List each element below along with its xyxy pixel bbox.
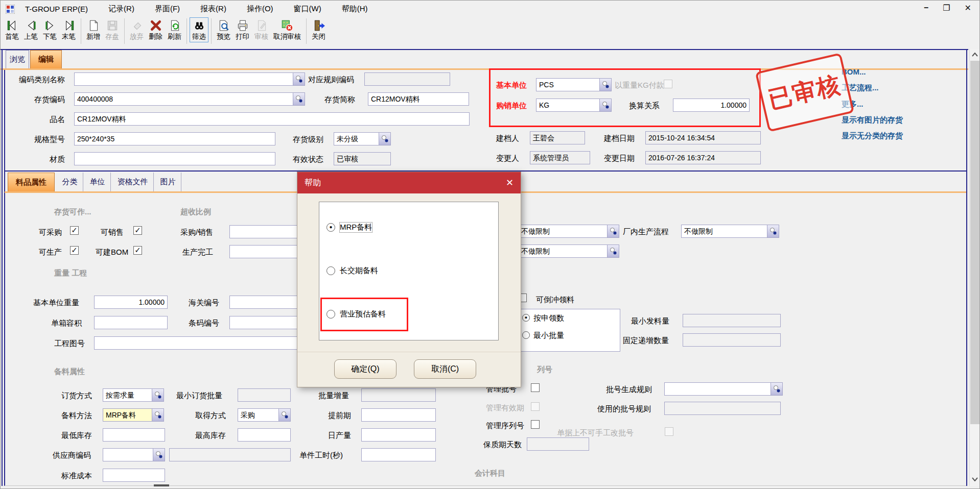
- toolbar-delete[interactable]: 删除: [146, 17, 165, 42]
- toolbar-last[interactable]: 末笔: [59, 17, 78, 42]
- item-code-field[interactable]: 400400008: [74, 92, 305, 106]
- lookup-icon[interactable]: [607, 225, 619, 238]
- toolbar-cancel-audit[interactable]: 取消审核: [271, 17, 304, 42]
- toolbar-refresh[interactable]: 刷新: [165, 17, 184, 42]
- item-name-field[interactable]: CR12MOV精料: [74, 112, 470, 126]
- code-category-label: 编码类别名称: [19, 75, 65, 85]
- limit-field-1[interactable]: 不做限制: [518, 225, 619, 238]
- section-usable: 存货可作...: [54, 207, 91, 217]
- menu-item-help[interactable]: 帮助(H): [342, 4, 368, 14]
- base-unit-field[interactable]: PCS: [536, 78, 612, 91]
- manage-batch-checkbox[interactable]: [531, 383, 540, 392]
- min-stock-field[interactable]: [103, 428, 165, 442]
- max-stock-field[interactable]: [238, 428, 291, 442]
- lookup-icon[interactable]: [153, 448, 165, 461]
- order-mode-field[interactable]: 按需求量: [103, 388, 164, 402]
- lookup-icon[interactable]: [607, 244, 619, 258]
- lookup-icon[interactable]: [278, 408, 291, 422]
- tab-units[interactable]: 单位: [84, 173, 111, 191]
- prep-method-field[interactable]: MRP备料: [103, 408, 164, 422]
- purchasable-label: 可采购: [39, 228, 62, 237]
- toolbar-next[interactable]: 下笔: [40, 17, 59, 42]
- toolbar-preview[interactable]: 预览: [214, 17, 233, 42]
- lookup-icon[interactable]: [767, 225, 779, 238]
- std-cost-field[interactable]: [103, 469, 165, 482]
- manage-validity-checkbox: [531, 402, 540, 411]
- scroll-up-icon[interactable]: [969, 50, 980, 60]
- menu-item-record[interactable]: 记录(R): [108, 4, 134, 14]
- lookup-icon[interactable]: [293, 92, 305, 106]
- lookup-icon[interactable]: [771, 382, 783, 396]
- link-show-with-images[interactable]: 显示有图片的存货: [842, 115, 903, 125]
- option-mrp[interactable]: ● MRP备料: [326, 221, 372, 234]
- acquire-mode-field[interactable]: 采购: [238, 408, 291, 422]
- rule-code-field[interactable]: [364, 72, 450, 86]
- tab-browse[interactable]: 浏览: [6, 50, 29, 68]
- help-dialog-titlebar[interactable]: 帮助 ✕: [297, 172, 521, 193]
- base-weight-field[interactable]: 1.00000: [94, 296, 168, 309]
- toolbar-first[interactable]: 首笔: [3, 17, 21, 42]
- lookup-icon[interactable]: [379, 132, 391, 145]
- issue-by-request-radio[interactable]: ●: [522, 314, 530, 322]
- minimize-button[interactable]: –: [924, 3, 928, 13]
- issue-by-request-label: 按申领数: [533, 313, 564, 323]
- toolbar-new[interactable]: 新增: [84, 17, 103, 42]
- toolbar-filter[interactable]: 筛选: [190, 17, 208, 42]
- manage-serial-checkbox[interactable]: [531, 420, 540, 429]
- menu-item-report[interactable]: 报表(R): [200, 4, 226, 14]
- tab-edit[interactable]: 编辑: [30, 50, 62, 68]
- scrollbar-thumb[interactable]: [970, 61, 979, 424]
- code-category-field[interactable]: [74, 72, 305, 86]
- option-sales-forecast[interactable]: 营业预估备料: [326, 307, 386, 321]
- menu-item-window[interactable]: 窗口(W): [294, 4, 321, 14]
- item-abbr-field[interactable]: CR12MOV精料: [368, 92, 469, 106]
- can-bom-checkbox[interactable]: ✓: [133, 246, 142, 255]
- menu-item-operate[interactable]: 操作(O): [247, 4, 273, 14]
- lookup-icon[interactable]: [599, 78, 612, 91]
- tab-classification[interactable]: 分类: [57, 173, 83, 191]
- red-annotation-units: [489, 68, 761, 127]
- lookup-icon[interactable]: [599, 99, 612, 112]
- option-mrp-radio[interactable]: ●: [326, 223, 335, 232]
- lookup-icon[interactable]: [152, 408, 164, 422]
- factory-flow-field[interactable]: 不做限制: [681, 225, 779, 238]
- link-show-unclassified[interactable]: 显示无分类的存货: [842, 131, 903, 141]
- unit-hours-field[interactable]: [361, 448, 436, 461]
- dialog-close-icon[interactable]: ✕: [506, 177, 514, 188]
- toolbar-prev[interactable]: 上笔: [21, 17, 40, 42]
- tab-qualification-files[interactable]: 资格文件: [112, 173, 154, 191]
- cancel-button[interactable]: 取消(C): [414, 359, 476, 379]
- box-volume-field[interactable]: [94, 316, 168, 329]
- restore-button[interactable]: ❐: [943, 3, 950, 13]
- limit-field-2[interactable]: 不做限制: [518, 244, 619, 258]
- lead-time-field[interactable]: [361, 408, 436, 422]
- min-batch-radio[interactable]: [522, 331, 530, 339]
- lookup-icon[interactable]: [293, 72, 305, 86]
- conversion-field[interactable]: 1.00000: [673, 99, 750, 112]
- spec-field[interactable]: 250*240*35: [74, 132, 275, 145]
- toolbar-close[interactable]: 关闭: [309, 17, 328, 42]
- producible-checkbox[interactable]: ✓: [70, 246, 79, 255]
- scroll-down-icon[interactable]: [969, 474, 980, 484]
- purchasable-checkbox[interactable]: ✓: [70, 226, 79, 235]
- option-long-lead-radio[interactable]: [326, 266, 335, 275]
- tab-item-attributes[interactable]: 料品属性: [8, 173, 55, 191]
- close-button[interactable]: ✕: [965, 3, 971, 13]
- daily-output-field[interactable]: [361, 428, 436, 442]
- menu-item-interface[interactable]: 界面(F): [155, 4, 180, 14]
- option-sales-forecast-label: 营业预估备料: [340, 309, 386, 319]
- menu-item-app[interactable]: T-GROUP ERP(E): [25, 5, 88, 13]
- ok-button[interactable]: 确定(Q): [334, 359, 396, 379]
- trade-unit-field[interactable]: KG: [536, 99, 612, 112]
- lookup-icon[interactable]: [152, 388, 164, 402]
- sellable-checkbox[interactable]: ✓: [133, 226, 142, 235]
- option-sales-forecast-radio[interactable]: [326, 310, 335, 319]
- batch-rule-field[interactable]: [664, 382, 783, 396]
- tab-images[interactable]: 图片: [155, 173, 181, 191]
- grade-field[interactable]: 未分级: [334, 132, 391, 145]
- lead-time-label: 提前期: [328, 411, 351, 421]
- material-field[interactable]: [74, 152, 275, 165]
- option-long-lead[interactable]: 长交期备料: [326, 264, 378, 277]
- toolbar-print[interactable]: 打印: [233, 17, 252, 42]
- supplier-field[interactable]: [103, 448, 165, 461]
